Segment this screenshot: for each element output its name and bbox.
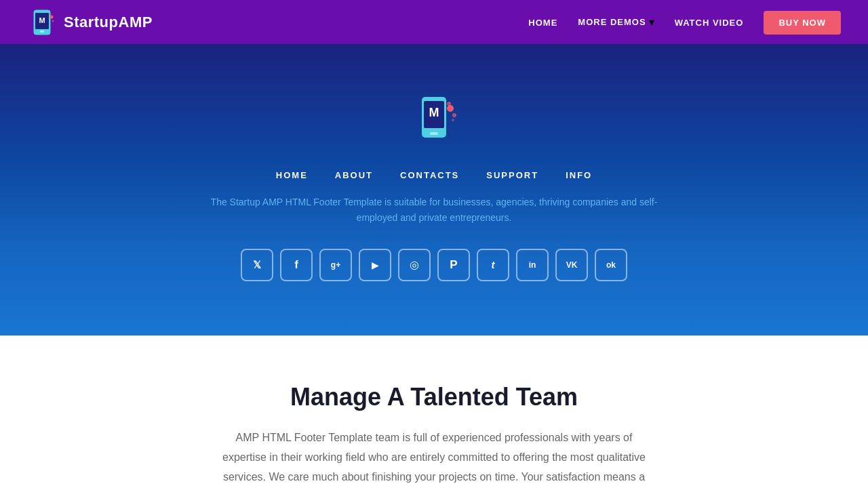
social-icon-ok[interactable]: ok xyxy=(595,249,627,281)
svg-text:M: M xyxy=(429,106,439,119)
nav-item-home[interactable]: HOME xyxy=(528,16,557,28)
social-icon-vk[interactable]: VK xyxy=(555,249,588,281)
nav-logo-icon: M xyxy=(27,7,57,37)
hero-nav-item-home[interactable]: HOME xyxy=(276,169,308,181)
googleplus-icon: g+ xyxy=(331,260,340,270)
svg-point-14 xyxy=(452,119,454,121)
svg-rect-10 xyxy=(430,132,438,135)
nav-cta[interactable]: BUY NOW xyxy=(764,16,841,28)
nav-item-watch-video[interactable]: WATCH VIDEO xyxy=(675,16,744,28)
social-icon-tumblr[interactable]: t xyxy=(477,249,509,281)
nav-links: HOME MORE DEMOS ▾ WATCH VIDEO BUY NOW xyxy=(528,16,841,28)
content-section: Manage A Talented Team AMP HTML Footer T… xyxy=(0,336,868,488)
social-icon-youtube[interactable]: ▶ xyxy=(359,249,391,281)
navbar: M StartupAMP HOME MORE DEMOS ▾ WATCH VID… xyxy=(0,0,868,44)
nav-brand[interactable]: M StartupAMP xyxy=(27,7,153,37)
content-body: AMP HTML Footer Template team is full of… xyxy=(217,428,651,488)
hero-logo: M xyxy=(407,92,461,148)
svg-point-5 xyxy=(52,20,54,22)
svg-point-11 xyxy=(447,105,454,112)
svg-text:M: M xyxy=(39,16,45,24)
ok-icon: ok xyxy=(606,260,616,270)
svg-point-6 xyxy=(50,13,52,15)
hero-section: M HOME ABOUT CONTACTS SUPPORT INFO The S… xyxy=(0,44,868,336)
hero-nav: HOME ABOUT CONTACTS SUPPORT INFO xyxy=(276,169,592,181)
nav-item-more-demos[interactable]: MORE DEMOS ▾ xyxy=(578,16,654,28)
hero-nav-item-support[interactable]: SUPPORT xyxy=(486,169,538,181)
vk-icon: VK xyxy=(566,260,578,270)
social-icon-instagram[interactable]: ◎ xyxy=(398,249,431,281)
hero-nav-item-info[interactable]: INFO xyxy=(566,169,592,181)
content-title: Manage A Talented Team xyxy=(290,383,578,411)
youtube-icon: ▶ xyxy=(372,260,379,270)
social-icon-linkedin[interactable]: in xyxy=(516,249,549,281)
hero-nav-item-about[interactable]: ABOUT xyxy=(335,169,373,181)
social-icon-googleplus[interactable]: g+ xyxy=(319,249,352,281)
svg-point-4 xyxy=(50,15,54,18)
hero-nav-item-contacts[interactable]: CONTACTS xyxy=(400,169,459,181)
tumblr-icon: t xyxy=(492,259,495,270)
twitter-icon: 𝕏 xyxy=(253,259,261,271)
chevron-down-icon: ▾ xyxy=(649,16,654,28)
pinterest-icon: P xyxy=(450,258,457,272)
social-icon-twitter[interactable]: 𝕏 xyxy=(241,249,273,281)
social-icon-pinterest[interactable]: P xyxy=(437,249,470,281)
hero-tagline: The Startup AMP HTML Footer Template is … xyxy=(203,195,665,225)
svg-point-13 xyxy=(447,102,451,106)
svg-point-12 xyxy=(452,113,456,117)
linkedin-icon: in xyxy=(529,260,536,270)
facebook-icon: f xyxy=(294,258,298,272)
social-icon-facebook[interactable]: f xyxy=(280,249,313,281)
social-icons-row: 𝕏 f g+ ▶ ◎ P t in VK ok xyxy=(241,249,627,281)
nav-brand-name: StartupAMP xyxy=(64,14,153,31)
instagram-icon: ◎ xyxy=(410,258,419,271)
svg-rect-3 xyxy=(40,30,44,33)
